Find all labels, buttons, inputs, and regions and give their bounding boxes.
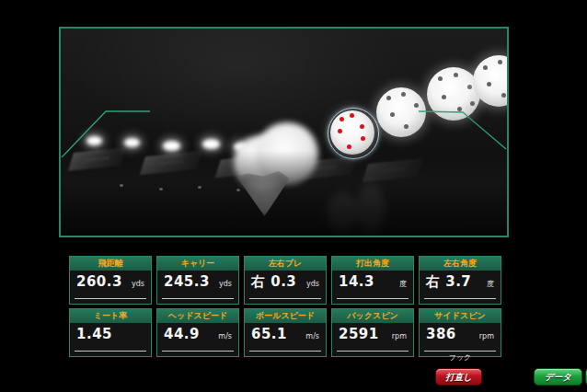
metric-label: サイドスピン bbox=[420, 309, 501, 323]
metric-value: 右 3.7 bbox=[426, 273, 471, 291]
metric-panel-lateral-deviation: 左右ブレ 右 0.3 yds bbox=[244, 256, 327, 305]
metric-value: 右 0.3 bbox=[251, 273, 296, 291]
data-button[interactable]: データ bbox=[534, 368, 582, 386]
metric-value: 65.1 bbox=[251, 326, 287, 342]
metric-value: 44.9 bbox=[164, 326, 200, 342]
metric-panel-head-speed: ヘッドスピード 44.9 m/s bbox=[156, 308, 239, 357]
metric-label: バックスピン bbox=[332, 309, 413, 323]
metrics-row-bottom: ミート率 1.45 ヘッドスピード 44.9 m/s ボールスピード 65.1 … bbox=[69, 308, 501, 357]
metric-panel-sidespin: サイドスピン 386 rpm フック bbox=[419, 308, 501, 357]
metric-label: キャリー bbox=[157, 257, 238, 271]
metrics-row-top: 飛距離 260.3 yds キャリー 245.3 yds 左右ブレ 右 0.3 … bbox=[69, 256, 501, 305]
metric-panel-smash-factor: ミート率 1.45 bbox=[69, 308, 152, 357]
metric-value: 2591 bbox=[339, 326, 379, 342]
metric-unit: 度 bbox=[487, 279, 494, 289]
metric-unit: yds bbox=[219, 280, 232, 288]
metric-label: 打出角度 bbox=[332, 257, 413, 271]
metric-value: 260.3 bbox=[76, 273, 122, 290]
ground-shadow bbox=[61, 151, 507, 236]
metric-unit: m/s bbox=[305, 332, 319, 340]
metric-label: ヘッドスピード bbox=[157, 309, 238, 323]
spin-direction-note: フック bbox=[424, 352, 496, 363]
metric-unit: m/s bbox=[218, 332, 232, 340]
metric-unit: rpm bbox=[479, 332, 494, 340]
launch-monitor-screen: YAMAHA YAMAHA YAMAHA YAMAHA YAMAHA bbox=[0, 0, 587, 392]
metric-panel-carry: キャリー 245.3 yds bbox=[156, 256, 239, 305]
retry-shot-button[interactable]: 打直し bbox=[435, 368, 482, 386]
metric-value: 386 bbox=[426, 326, 456, 342]
metric-value: 245.3 bbox=[164, 273, 210, 290]
metric-panel-direction-angle: 左右角度 右 3.7 度 bbox=[419, 256, 501, 305]
metric-panel-backspin: バックスピン 2591 rpm bbox=[331, 308, 414, 357]
metric-unit: yds bbox=[306, 280, 319, 288]
metric-label: ミート率 bbox=[70, 309, 151, 323]
metric-panel-launch-angle: 打出角度 14.3 度 bbox=[331, 256, 414, 305]
metric-label: ボールスピード bbox=[245, 309, 326, 323]
metric-label: 左右ブレ bbox=[245, 257, 326, 271]
metric-value: 14.3 bbox=[339, 273, 374, 290]
metric-label: 飛距離 bbox=[70, 257, 151, 271]
camera-view: YAMAHA YAMAHA YAMAHA YAMAHA YAMAHA bbox=[59, 27, 509, 237]
metric-unit: yds bbox=[132, 280, 144, 288]
metric-panel-ball-speed: ボールスピード 65.1 m/s bbox=[244, 308, 327, 357]
metric-value: 1.45 bbox=[76, 326, 112, 342]
metric-unit: rpm bbox=[392, 332, 407, 340]
metric-label: 左右角度 bbox=[420, 257, 501, 271]
metric-panel-distance: 飛距離 260.3 yds bbox=[69, 256, 152, 305]
metric-unit: 度 bbox=[399, 279, 407, 289]
